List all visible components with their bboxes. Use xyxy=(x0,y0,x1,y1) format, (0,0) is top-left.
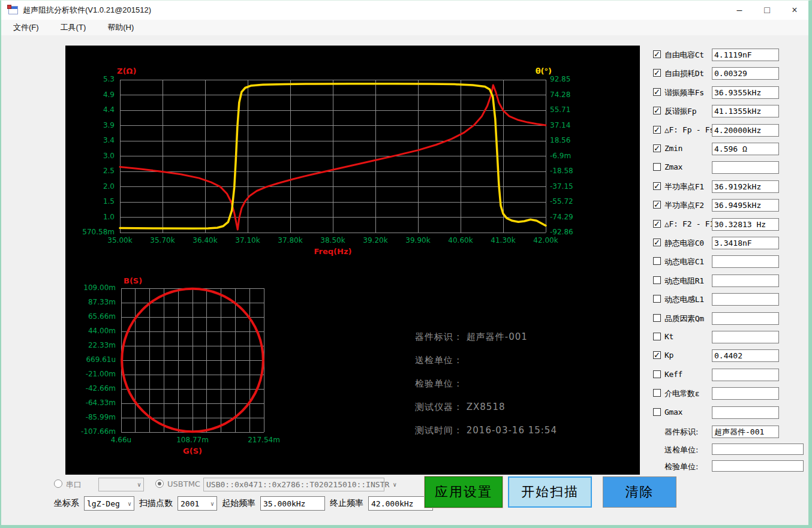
chevron-down-icon: ∨ xyxy=(137,481,141,488)
result-row: △F: Fp - Fs xyxy=(652,124,811,143)
plot-panel: 5.34.94.43.93.43.02.52.01.51.0570.58m92.… xyxy=(65,46,640,475)
apply-settings-button[interactable]: 应用设置 xyxy=(425,476,503,508)
result-checkbox-3[interactable] xyxy=(653,107,661,114)
result-value-18[interactable] xyxy=(712,387,779,400)
z-axis-tick: 1.5 xyxy=(73,197,115,206)
menu-help[interactable]: 帮助(H) xyxy=(100,20,141,35)
result-value-0[interactable] xyxy=(712,49,779,61)
identity-value-1[interactable] xyxy=(712,443,804,455)
result-checkbox-14[interactable] xyxy=(653,314,661,322)
identity-label-2: 检验单位: xyxy=(664,461,698,472)
serial-port-combo[interactable]: ∨ xyxy=(98,478,144,491)
result-checkbox-15[interactable] xyxy=(653,333,661,340)
clear-button[interactable]: 清除 xyxy=(603,476,676,508)
z-axis-tick: 4.4 xyxy=(73,105,115,114)
window-title: 超声阻抗分析软件(V1.0.21@201512) xyxy=(23,5,151,16)
result-checkbox-13[interactable] xyxy=(653,295,661,303)
result-row: Kt xyxy=(652,331,811,349)
z-axis-tick: 1.0 xyxy=(73,213,115,221)
device-info-line-2: 检验单位： xyxy=(415,378,631,390)
start-scan-button[interactable]: 开始扫描 xyxy=(508,476,592,508)
result-value-11[interactable] xyxy=(712,255,779,268)
result-checkbox-12[interactable] xyxy=(653,276,661,284)
minimize-button[interactable]: – xyxy=(726,1,753,20)
b-axis-tick: -85.99m xyxy=(73,413,116,421)
sweep-points-combo[interactable]: 2001 ∨ xyxy=(178,496,217,511)
result-checkbox-5[interactable] xyxy=(653,144,661,152)
result-label-2: 谐振频率Fs xyxy=(664,88,704,98)
stop-freq-input[interactable] xyxy=(368,496,433,511)
theta-axis-tick: -6.9m xyxy=(550,152,592,160)
result-value-17[interactable] xyxy=(712,369,779,381)
admittance-circle xyxy=(122,289,263,432)
close-button[interactable]: × xyxy=(781,1,808,20)
result-value-16[interactable] xyxy=(712,349,779,362)
result-value-15[interactable] xyxy=(712,331,779,343)
result-row: Kp xyxy=(652,349,811,368)
result-checkbox-2[interactable] xyxy=(653,88,661,96)
result-value-12[interactable] xyxy=(712,274,779,287)
result-value-2[interactable] xyxy=(712,86,779,99)
freq-axis-tick: 39.90k xyxy=(397,236,439,245)
result-label-19: Gmax xyxy=(664,408,682,417)
identity-value-0[interactable] xyxy=(712,426,779,438)
result-value-8[interactable] xyxy=(712,199,779,212)
result-row: 动态电阻R1 xyxy=(652,274,811,293)
result-value-4[interactable] xyxy=(712,124,779,137)
usbtmc-radio[interactable] xyxy=(155,479,164,488)
result-value-9[interactable] xyxy=(712,218,779,231)
theta-axis-tick: -74.29 xyxy=(550,213,592,221)
maximize-button[interactable]: □ xyxy=(753,1,781,20)
result-value-6[interactable] xyxy=(712,161,779,174)
chevron-down-icon: ∨ xyxy=(393,481,396,488)
result-value-7[interactable] xyxy=(712,180,779,193)
result-value-5[interactable] xyxy=(712,143,779,155)
result-checkbox-1[interactable] xyxy=(653,69,661,77)
freq-axis-tick: 36.40k xyxy=(184,236,226,245)
result-value-3[interactable] xyxy=(712,105,779,117)
menu-file[interactable]: 文件(F) xyxy=(6,20,46,35)
result-checkbox-19[interactable] xyxy=(653,408,661,416)
result-checkbox-9[interactable] xyxy=(653,220,661,228)
z-axis-tick: 2.5 xyxy=(73,167,115,175)
result-checkbox-0[interactable] xyxy=(653,50,661,58)
result-value-19[interactable] xyxy=(712,406,779,419)
result-checkbox-8[interactable] xyxy=(653,201,661,209)
result-checkbox-10[interactable] xyxy=(653,239,661,246)
result-label-15: Kt xyxy=(664,332,673,341)
serial-radio[interactable] xyxy=(54,479,62,488)
results-panel: 自由电容Ct自由损耗Dt谐振频率Fs反谐振Fp△F: Fp - FsZminZm… xyxy=(652,49,811,486)
b-axis-tick: 109.00m xyxy=(73,283,116,292)
result-checkbox-16[interactable] xyxy=(653,351,661,359)
start-freq-input[interactable] xyxy=(260,496,325,511)
result-checkbox-6[interactable] xyxy=(653,163,661,171)
result-value-1[interactable] xyxy=(712,67,779,80)
z-axis-tick: 5.3 xyxy=(73,75,115,83)
serial-radio-label: 串口 xyxy=(66,479,82,490)
result-value-10[interactable] xyxy=(712,237,779,249)
theta-axis-tick: -37.15 xyxy=(550,182,592,191)
menu-tools[interactable]: 工具(T) xyxy=(53,20,94,35)
sweep-points-value: 2001 xyxy=(181,499,199,508)
usbtmc-address-combo[interactable]: USB0::0x0471::0x2786::T020215010::INSTR … xyxy=(203,478,384,491)
result-checkbox-4[interactable] xyxy=(653,126,661,134)
result-checkbox-17[interactable] xyxy=(653,370,661,378)
result-row: 谐振频率Fs xyxy=(652,86,811,105)
identity-value-2[interactable] xyxy=(712,460,804,472)
z-axis-tick: 3.4 xyxy=(73,136,115,144)
result-row: 介电常数ε xyxy=(652,387,811,406)
theta-axis-title: θ(°) xyxy=(522,67,552,76)
result-value-13[interactable] xyxy=(712,293,779,306)
stop-freq-label: 终止频率 xyxy=(330,498,363,509)
result-checkbox-11[interactable] xyxy=(653,257,661,265)
result-value-14[interactable] xyxy=(712,312,779,325)
theta-axis-tick: -18.58 xyxy=(550,167,592,175)
b-axis-tick: -107.66m xyxy=(73,427,116,436)
result-label-0: 自由电容Ct xyxy=(664,50,704,61)
result-label-6: Zmax xyxy=(664,162,682,171)
coord-system-combo[interactable]: lgZ-Deg ∨ xyxy=(84,496,134,511)
start-freq-label: 起始频率 xyxy=(222,498,255,509)
result-checkbox-7[interactable] xyxy=(653,182,661,190)
sweep-settings-row: 坐标系 lgZ-Deg ∨ 扫描点数 2001 ∨ 起始频率 终止频率 xyxy=(54,496,433,511)
result-checkbox-18[interactable] xyxy=(653,389,661,397)
